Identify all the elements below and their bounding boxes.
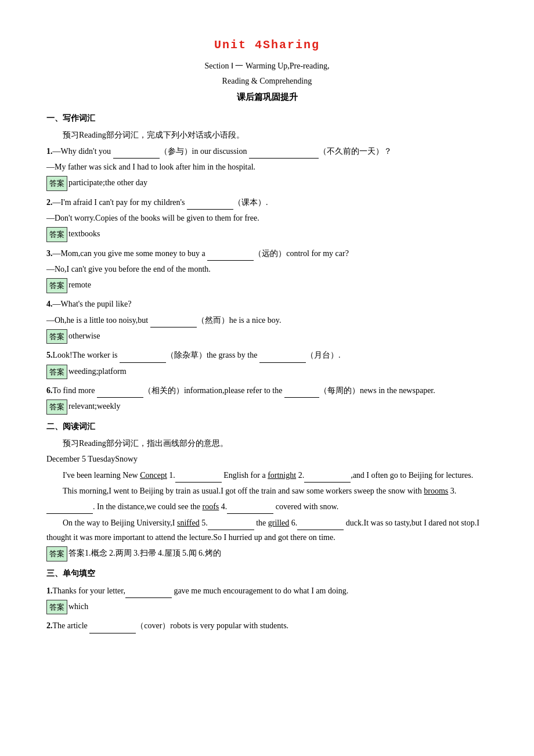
answer-label-6: 答案 — [46, 399, 67, 414]
page-container: Unit 4Sharing Section Ⅰ 一 Warming Up,Pre… — [46, 35, 488, 633]
section3-question-2: 2.The article （cover）robots is very popu… — [46, 618, 488, 633]
section1-intro: 预习Reading部分词汇，完成下列小对话或小语段。 — [46, 128, 488, 142]
reading-para2: This morning,I went to Beijing by train … — [46, 484, 488, 513]
reading-para1: I've been learning New Concept 1. Englis… — [46, 467, 488, 483]
subtitle-bold: 课后篇巩固提升 — [46, 89, 488, 105]
section2-intro: 预习Reading部分词汇，指出画线部分的意思。 — [46, 436, 488, 451]
question-6: 6.To find more （相关的）information,please r… — [46, 383, 488, 415]
answer-label-reading: 答案 — [46, 546, 67, 561]
section3-title: 三、单句填空 — [46, 566, 488, 581]
question-1: 1.—Why didn't you （参与）in our discussion … — [46, 143, 488, 191]
answer-label-2: 答案 — [46, 227, 67, 242]
question-4: 4.—What's the pupil like? —Oh,he is a li… — [46, 297, 488, 344]
section1-title: 一、写作词汇 — [46, 111, 488, 125]
question-3: 3.—Mom,can you give me some money to buy… — [46, 246, 488, 293]
answer-label-5: 答案 — [46, 365, 67, 379]
reading-date: December 5 TuesdaySnowy — [46, 452, 488, 466]
reading-answer: 答案答案1.概念 2.两周 3.扫帚 4.屋顶 5.闻 6.烤的 — [46, 546, 488, 561]
answer-label-4: 答案 — [46, 329, 67, 344]
section2-title: 二、阅读词汇 — [46, 419, 488, 434]
subtitle-line2: Reading & Comprehending — [46, 74, 488, 88]
subtitle-line1: Section Ⅰ 一 Warming Up,Pre-reading, — [46, 59, 488, 73]
question-5: 5.Look!The worker is （除杂草）the grass by t… — [46, 347, 488, 379]
answer-label-s3q1: 答案 — [46, 600, 67, 614]
main-title: Unit 4Sharing — [46, 35, 488, 56]
answer-label-1: 答案 — [46, 176, 67, 190]
question-2: 2.—I'm afraid I can't pay for my childre… — [46, 195, 488, 242]
section3-question-1: 1.Thanks for your letter, gave me much e… — [46, 583, 488, 615]
answer-label-3: 答案 — [46, 278, 67, 293]
reading-para3: On the way to Beijing University,I sniff… — [46, 515, 488, 545]
